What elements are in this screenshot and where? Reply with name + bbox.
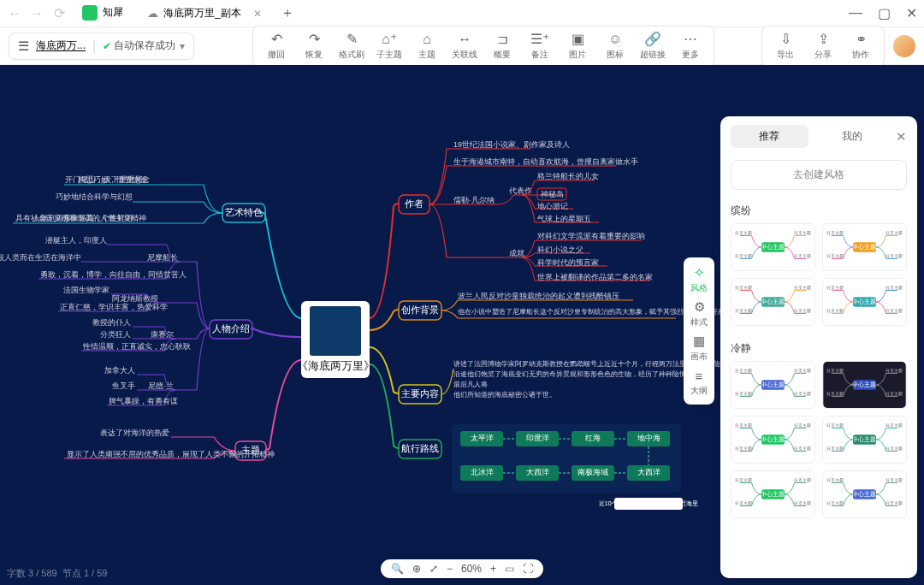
- branch-theme[interactable]: 主题 表达了对海洋的热爱 显示了人类顽强不屈的优秀品质，展现了人类不懈的开拓精神: [64, 360, 301, 460]
- svg-text:分支主题: 分支主题: [826, 446, 844, 451]
- center-node[interactable]: 《海底两万里》: [297, 359, 375, 372]
- svg-text:分支主题: 分支主题: [794, 391, 811, 396]
- style-card[interactable]: 中心主题 分支主题 分支主题 分支主题 分支主题: [822, 278, 907, 326]
- panel-tab-recommended[interactable]: 推荐: [731, 125, 808, 148]
- branch-content[interactable]: 主要内容 讲述了法国博物学家阿罗纳克斯教授在鹦鹉螺号上近近十个月，行程两万法里的…: [370, 347, 727, 404]
- undo-button[interactable]: ↶撤回: [258, 30, 294, 62]
- check-icon: ✔: [103, 40, 111, 52]
- action-toolstrip: ⇩导出 ⇪分享 ⚭协作: [761, 26, 885, 67]
- svg-text:分支主题: 分支主题: [886, 446, 903, 451]
- create-style-button[interactable]: 去创建风格: [731, 160, 907, 190]
- app-tab[interactable]: 知犀: [74, 2, 132, 26]
- svg-text:显示了人类顽强不屈的优秀品质，展现了人类不懈的开拓精神: 显示了人类顽强不屈的优秀品质，展现了人类不懈的开拓精神: [67, 450, 275, 458]
- svg-text:分支主题: 分支主题: [886, 285, 903, 290]
- format-brush-button[interactable]: ✎格式刷: [334, 30, 370, 62]
- svg-text:中心主题: 中心主题: [761, 491, 785, 497]
- search-icon[interactable]: 🔍: [391, 563, 404, 575]
- svg-text:格兰特船长的儿女: 格兰特船长的儿女: [536, 172, 599, 180]
- nav-back[interactable]: ←: [7, 6, 22, 21]
- collab-button[interactable]: ⚭协作: [843, 30, 879, 62]
- svg-text:神秘岛: 神秘岛: [541, 190, 564, 198]
- svg-text:分支主题: 分支主题: [794, 253, 811, 258]
- style-card[interactable]: 中心主题 分支主题 分支主题 分支主题 分支主题: [731, 361, 815, 409]
- style-card[interactable]: 中心主题 分支主题 分支主题 分支主题 分支主题: [731, 416, 815, 464]
- canvas-tool[interactable]: ▦画布: [684, 331, 714, 365]
- export-button[interactable]: ⇩导出: [767, 30, 803, 62]
- style-card[interactable]: 中心主题 分支主题 分支主题 分支主题 分支主题: [731, 223, 815, 271]
- present-icon[interactable]: ▭: [505, 563, 514, 575]
- style-tool[interactable]: ✧风格: [684, 263, 714, 297]
- nav-fwd[interactable]: →: [29, 6, 44, 21]
- svg-text:分支主题: 分支主题: [886, 253, 903, 258]
- svg-text:大西洋: 大西洋: [637, 468, 660, 476]
- style-card[interactable]: 中心主题 分支主题 分支主题 分支主题 分支主题: [731, 278, 815, 326]
- svg-text:分支主题: 分支主题: [794, 368, 811, 373]
- close-tab-icon[interactable]: ✕: [253, 8, 262, 20]
- svg-text:中心主题: 中心主题: [853, 436, 877, 442]
- avatar[interactable]: [893, 35, 915, 57]
- svg-text:分支主题: 分支主题: [735, 308, 752, 313]
- svg-text:分支主题: 分支主题: [826, 253, 844, 258]
- panel-close-icon[interactable]: ✕: [896, 129, 907, 145]
- svg-text:代表作: 代表作: [508, 186, 532, 195]
- style-card[interactable]: 中心主题 分支主题 分支主题 分支主题 分支主题: [822, 416, 907, 464]
- svg-text:加拿大人: 加拿大人: [104, 366, 135, 375]
- zoom-in[interactable]: +: [490, 563, 496, 575]
- style-card[interactable]: 中心主题 分支主题 分支主题 分支主题 分支主题: [822, 470, 907, 518]
- svg-text:分支主题: 分支主题: [735, 500, 752, 505]
- subtopic-button[interactable]: ⌂⁺子主题: [371, 30, 407, 62]
- svg-text:分支主题: 分支主题: [886, 368, 903, 373]
- menu-icon[interactable]: ☰: [18, 38, 29, 54]
- svg-text:分支主题: 分支主题: [886, 391, 903, 396]
- save-status: ✔ 自动保存成功 ▾: [103, 38, 185, 53]
- win-close[interactable]: ✕: [906, 5, 917, 21]
- stats-counter: 字数 3 / 589 节点 1 / 59: [7, 567, 107, 580]
- file-name[interactable]: 海底两万...: [36, 38, 86, 53]
- svg-text:分支主题: 分支主题: [826, 368, 844, 373]
- style-card[interactable]: 中心主题 分支主题 分支主题 分支主题 分支主题: [731, 470, 815, 518]
- mindmap-canvas[interactable]: 《海底两万里》 艺术特色 构思巧妙，情节惊险 开门见山，设下重重悬念 巧妙地结合…: [0, 65, 924, 585]
- svg-text:红海: 红海: [585, 434, 601, 442]
- branch-route[interactable]: 航行路线 太平洋 印度洋 红海 地中海 北冰洋 大西洋 南极海域 大西洋 近10…: [370, 364, 698, 510]
- redo-button[interactable]: ↷恢复: [296, 30, 332, 62]
- share-button[interactable]: ⇪分享: [805, 30, 841, 62]
- target-icon[interactable]: ⊕: [412, 563, 421, 575]
- win-min[interactable]: —: [849, 5, 862, 21]
- svg-text:北冰洋: 北冰洋: [471, 468, 494, 476]
- svg-text:分支主题: 分支主题: [886, 477, 903, 482]
- app-logo: [82, 5, 98, 21]
- main-toolstrip: ↶撤回 ↷恢复 ✎格式刷 ⌂⁺子主题 ⌂主题 ↔关联线 ⊐概要 ☰⁺备注 ▣图片…: [252, 26, 714, 67]
- breadcrumb: ☰ 海底两万... | ✔ 自动保存成功 ▾: [9, 32, 194, 60]
- panel-tab-mine[interactable]: 我的: [814, 125, 891, 148]
- svg-text:分支主题: 分支主题: [794, 477, 811, 482]
- side-toolbox: ✧风格 ⚙样式 ▦画布 ≡大纲: [684, 257, 714, 405]
- outline-tool[interactable]: ≡大纲: [684, 365, 714, 399]
- svg-text:中心主题: 中心主题: [853, 298, 877, 304]
- win-max[interactable]: ▢: [878, 5, 891, 21]
- svg-text:印度洋: 印度洋: [526, 434, 549, 442]
- format-tool[interactable]: ⚙样式: [684, 297, 714, 331]
- fullscreen-icon[interactable]: ⛶: [523, 563, 533, 575]
- style-card[interactable]: 中心主题 分支主题 分支主题 分支主题 分支主题: [822, 361, 907, 409]
- svg-text:表达了对海洋的热爱: 表达了对海洋的热爱: [100, 428, 169, 437]
- style-card[interactable]: 中心主题 分支主题 分支主题 分支主题 分支主题: [822, 223, 907, 271]
- summary-button[interactable]: ⊐概要: [484, 30, 520, 62]
- branch-people[interactable]: 人物介绍 尼摩船长 潜艇主人，印度人 因仇恨人类而在生活在海洋中 勇敢，沉着，博…: [0, 236, 301, 405]
- new-tab[interactable]: ＋: [281, 4, 294, 22]
- fit-icon[interactable]: ⤢: [429, 563, 438, 575]
- svg-text:中心主题: 中心主题: [761, 381, 785, 387]
- more-button[interactable]: ⋯更多: [672, 30, 708, 62]
- note-button[interactable]: ☰⁺备注: [522, 30, 558, 62]
- svg-text:分支主题: 分支主题: [886, 422, 903, 428]
- link-button[interactable]: ↔关联线: [447, 30, 483, 62]
- hyperlink-button[interactable]: 🔗超链接: [635, 30, 671, 62]
- nav-reload[interactable]: ⟳: [51, 6, 67, 21]
- file-tab[interactable]: ☁ 海底两万里_副本 ✕: [139, 2, 270, 26]
- zoom-out[interactable]: −: [447, 563, 453, 575]
- image-button[interactable]: ▣图片: [560, 30, 595, 62]
- icon-button[interactable]: ☺图标: [597, 30, 633, 62]
- svg-text:科幻小说之父: 科幻小说之父: [537, 245, 583, 254]
- topic-button[interactable]: ⌂主题: [409, 30, 445, 62]
- svg-text:具有社会正义感和崇高的人道主义精神: 具有社会正义感和崇高的人道主义精神: [15, 214, 146, 222]
- cloud-icon: ☁: [147, 7, 158, 20]
